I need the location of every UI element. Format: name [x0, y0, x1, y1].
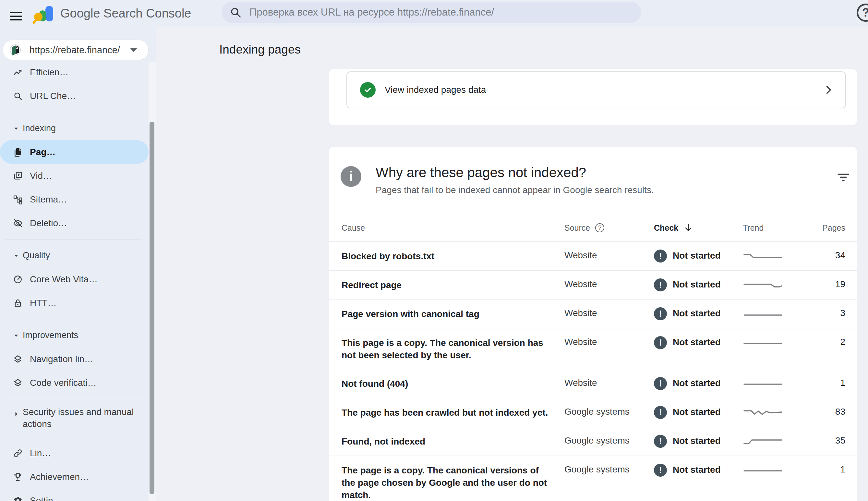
- trophy-icon: [13, 472, 23, 482]
- table-row[interactable]: The page has been crawled but not indexe…: [329, 398, 857, 427]
- sidebar-divider: [4, 319, 142, 319]
- sidebar-divider: [4, 112, 142, 112]
- table-row[interactable]: This page is a copy. The canonical versi…: [329, 328, 857, 369]
- top-header: Google Search Console Проверка всех URL …: [0, 0, 868, 27]
- sidebar-item-deletio[interactable]: Deletio…: [0, 211, 149, 235]
- help-icon[interactable]: ?: [857, 3, 868, 22]
- layers-icon: [13, 354, 23, 364]
- site-favicon: [8, 42, 23, 58]
- sidebar-scrollbar[interactable]: [149, 62, 156, 501]
- table-row[interactable]: The page is a copy. The canonical versio…: [329, 456, 857, 501]
- sidebar-item-efficien[interactable]: Efficien…: [0, 60, 149, 84]
- trend-sparkline: [743, 398, 791, 419]
- trending-up-icon: [13, 67, 23, 77]
- sidebar-item-pag[interactable]: Pag…: [0, 140, 149, 164]
- sidebar-item-label: HTT…: [30, 298, 56, 308]
- table-row[interactable]: Redirect pageWebsite!Not started19: [329, 270, 857, 299]
- check-cell: !Not started: [654, 398, 743, 419]
- column-header-cause[interactable]: Cause: [341, 223, 564, 233]
- scrollbar-thumb[interactable]: [150, 122, 154, 494]
- column-header-check[interactable]: Check: [654, 223, 743, 233]
- check-cell: !Not started: [654, 270, 743, 291]
- source-cell: Website: [564, 270, 654, 289]
- check-status-label: Not started: [673, 249, 721, 261]
- sidebar-item-navigation-lin[interactable]: Navigation lin…: [0, 347, 149, 371]
- trend-sparkline: [743, 270, 791, 291]
- source-cell: Website: [564, 299, 654, 318]
- cause-cell: The page is a copy. The canonical versio…: [341, 456, 564, 501]
- menu-icon[interactable]: [10, 12, 22, 20]
- sidebar-section-improvements[interactable]: Improvements: [0, 323, 149, 347]
- gear-icon: [13, 496, 23, 501]
- source-cell: Website: [564, 369, 654, 388]
- reasons-table-body: Blocked by robots.txtWebsite!Not started…: [329, 242, 857, 501]
- sidebar-divider: [4, 437, 142, 437]
- sidebar-section-label: Indexing: [23, 123, 56, 134]
- lock-icon: [13, 298, 23, 308]
- check-cell: !Not started: [654, 369, 743, 390]
- sidebar-divider: [4, 399, 142, 399]
- search-icon: [13, 91, 23, 101]
- pages-count: 34: [791, 242, 845, 260]
- cause-cell: Not found (404): [341, 369, 564, 397]
- main-content: Indexing pages View indexed pages data i…: [156, 27, 868, 501]
- source-cell: Google systems: [564, 427, 654, 446]
- warning-icon: !: [654, 307, 667, 320]
- indexed-summary-card: View indexed pages data: [329, 69, 857, 125]
- check-status-label: Not started: [673, 464, 721, 475]
- table-row[interactable]: Page version with canonical tagWebsite!N…: [329, 299, 857, 328]
- warning-icon: !: [654, 406, 667, 419]
- table-row[interactable]: Not found (404)Website!Not started1: [329, 369, 857, 398]
- source-help-icon[interactable]: ?: [595, 223, 604, 232]
- sidebar-item-sitema[interactable]: Sitema…: [0, 188, 149, 211]
- sidebar-item-code-verificati[interactable]: Code verificati…: [0, 371, 149, 395]
- caret-down-icon: [12, 125, 20, 132]
- check-cell: !Not started: [654, 299, 743, 320]
- not-indexed-card: i Why are these pages not indexed? Pages…: [329, 147, 857, 501]
- warning-icon: !: [654, 249, 667, 263]
- sidebar-item-core-web-vita[interactable]: Core Web Vita…: [0, 267, 149, 291]
- column-header-pages[interactable]: Pages: [791, 223, 845, 233]
- column-header-source[interactable]: Source ?: [564, 223, 654, 233]
- sidebar-item-achievemen[interactable]: Achievemen…: [0, 465, 149, 489]
- table-row[interactable]: Found, not indexedGoogle systems!Not sta…: [329, 427, 857, 456]
- cause-cell: The page has been crawled but not indexe…: [341, 398, 564, 426]
- sidebar-item-label: Code verificati…: [30, 378, 96, 388]
- column-header-trend[interactable]: Trend: [743, 223, 791, 233]
- trend-sparkline: [743, 427, 791, 448]
- check-cell: !Not started: [654, 242, 743, 263]
- sidebar-item-label: Settin…: [30, 495, 62, 501]
- source-cell: Website: [564, 242, 654, 260]
- check-status-label: Not started: [673, 435, 721, 446]
- sidebar-item-label: Vid…: [30, 171, 52, 181]
- property-selector[interactable]: https://rebate.finance/: [3, 40, 149, 60]
- sidebar-item-settin[interactable]: Settin…: [0, 489, 149, 501]
- url-inspection-search-input[interactable]: Проверка всех URL на ресурсе https://reb…: [221, 2, 641, 23]
- sidebar-item-url-che[interactable]: URL Che…: [0, 84, 149, 108]
- pages-count: 2: [791, 328, 845, 347]
- layers-icon: [13, 378, 23, 388]
- check-status-label: Not started: [673, 307, 721, 319]
- sidebar-item-label: Deletio…: [30, 218, 67, 228]
- trend-sparkline: [743, 299, 791, 320]
- sidebar-item-htt[interactable]: HTT…: [0, 291, 149, 315]
- caret-down-icon: [12, 332, 20, 339]
- cause-cell: Page version with canonical tag: [341, 299, 564, 328]
- success-check-icon: [360, 82, 376, 98]
- sidebar-section-indexing[interactable]: Indexing: [0, 117, 149, 140]
- table-row[interactable]: Blocked by robots.txtWebsite!Not started…: [329, 242, 857, 270]
- card-subtitle: Pages that fail to be indexed cannot app…: [376, 184, 654, 196]
- check-cell: !Not started: [654, 427, 743, 448]
- view-indexed-pages-label: View indexed pages data: [385, 85, 486, 95]
- not-indexed-card-header: i Why are these pages not indexed? Pages…: [329, 147, 857, 196]
- view-indexed-pages-button[interactable]: View indexed pages data: [346, 71, 846, 108]
- filter-icon[interactable]: [836, 170, 850, 184]
- sidebar-section-quality[interactable]: Quality: [0, 244, 149, 267]
- sidebar-section-security-issues-and-manual-actions[interactable]: Security issues and manual actions: [0, 403, 149, 433]
- cause-cell: Redirect page: [341, 270, 564, 299]
- sidebar-item-vid[interactable]: Vid…: [0, 164, 149, 188]
- sidebar-item-lin[interactable]: Lin…: [0, 441, 149, 465]
- sidebar-item-label: URL Che…: [30, 91, 76, 101]
- search-console-logo-icon: [32, 3, 55, 26]
- source-cell: Google systems: [564, 398, 654, 417]
